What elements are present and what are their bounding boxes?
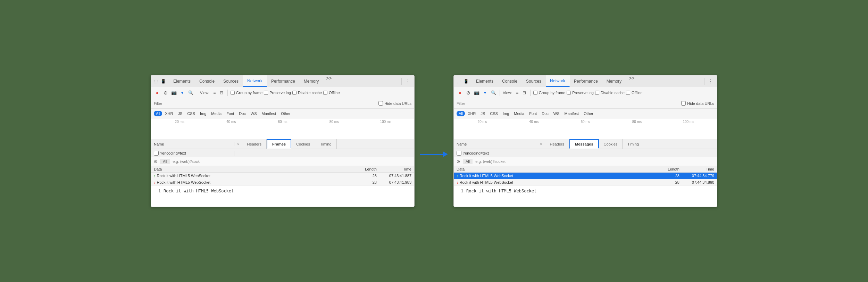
tab-console-right[interactable]: Console [498, 75, 522, 87]
tab-elements-left[interactable]: Elements [169, 75, 195, 87]
group-by-frame-left[interactable]: Group by frame [231, 91, 262, 95]
type-img-left[interactable]: Img [198, 111, 208, 116]
type-manifest-right[interactable]: Manifest [562, 111, 581, 116]
offline-left[interactable]: Offline [323, 91, 340, 95]
hide-data-urls-right[interactable]: Hide data URLs [681, 101, 714, 106]
left-network-row[interactable]: ?encoding=text [151, 149, 414, 157]
hide-data-urls-checkbox-left[interactable] [378, 101, 383, 106]
preserve-log-checkbox-left[interactable] [264, 91, 268, 95]
frames-filter-input-left[interactable] [173, 159, 411, 164]
tab-console-left[interactable]: Console [195, 75, 219, 87]
tab-more-left[interactable]: >> [323, 75, 334, 87]
type-other-left[interactable]: Other [279, 111, 293, 116]
view-grid-right[interactable]: ≡ [514, 90, 520, 96]
type-other-right[interactable]: Other [582, 111, 595, 116]
view-timeline-right[interactable]: ⊟ [521, 90, 527, 96]
ws-tab-headers-left[interactable]: Headers [242, 139, 267, 149]
view-timeline-left[interactable]: ⊟ [218, 90, 225, 96]
tab-menu-left[interactable]: ⋮ [403, 78, 413, 84]
camera-btn-right[interactable]: 📷 [473, 89, 480, 96]
tab-memory-left[interactable]: Memory [300, 75, 323, 87]
disable-cache-checkbox-left[interactable] [292, 91, 297, 95]
mobile-icon-right[interactable]: 📱 [463, 78, 469, 84]
tab-sources-left[interactable]: Sources [219, 75, 243, 87]
ws-tab-cookies-left[interactable]: Cookies [291, 139, 315, 149]
group-by-frame-right[interactable]: Group by frame [533, 91, 565, 95]
type-ws-right[interactable]: WS [551, 111, 562, 116]
search-btn-left[interactable]: 🔍 [187, 89, 194, 96]
filter-input-right[interactable] [457, 101, 678, 106]
preserve-log-checkbox-right[interactable] [567, 91, 571, 95]
type-css-left[interactable]: CSS [185, 111, 197, 116]
type-xhr-right[interactable]: XHR [466, 111, 478, 116]
frames-row-1-right[interactable]: ↓ Rock it with HTML5 WebSocket 28 07:44:… [454, 179, 717, 186]
tab-more-right[interactable]: >> [626, 75, 637, 87]
tab-performance-right[interactable]: Performance [570, 75, 602, 87]
type-all-left[interactable]: All [154, 111, 162, 116]
ws-tab-messages-right[interactable]: Messages [569, 139, 599, 149]
group-by-frame-checkbox-right[interactable] [533, 91, 537, 95]
network-row-close-left[interactable]: × [234, 142, 242, 146]
type-js-left[interactable]: JS [176, 111, 184, 116]
network-row-checkbox-right[interactable] [457, 151, 461, 156]
type-font-left[interactable]: Font [224, 111, 236, 116]
type-manifest-left[interactable]: Manifest [260, 111, 278, 116]
ws-tab-timing-left[interactable]: Timing [315, 139, 337, 149]
frames-row-1-left[interactable]: ↓ Rock it with HTML5 WebSocket 28 07:43:… [151, 179, 414, 186]
tab-network-right[interactable]: Network [546, 75, 570, 87]
disable-cache-left[interactable]: Disable cache [292, 91, 322, 95]
type-media-left[interactable]: Media [209, 111, 224, 116]
record-btn-right[interactable]: ● [457, 89, 464, 96]
inspect-icon[interactable]: ⬚ [152, 78, 159, 84]
frames-filter-all-left[interactable]: All [160, 159, 170, 164]
disable-cache-checkbox-right[interactable] [595, 91, 599, 95]
preserve-log-right[interactable]: Preserve log [567, 91, 594, 95]
ws-tab-timing-right[interactable]: Timing [623, 139, 644, 149]
type-media-right[interactable]: Media [512, 111, 526, 116]
type-css-right[interactable]: CSS [488, 111, 500, 116]
camera-btn-left[interactable]: 📷 [170, 89, 177, 96]
ws-tab-frames-left[interactable]: Frames [267, 139, 291, 149]
stop-btn-right[interactable]: ⊘ [465, 89, 472, 96]
tab-sources-right[interactable]: Sources [522, 75, 546, 87]
type-doc-left[interactable]: Doc [237, 111, 248, 116]
frames-row-0-right[interactable]: ↑ Rock it with HTML5 WebSocket 28 07:44:… [454, 173, 717, 179]
filter-btn-left[interactable]: ▼ [179, 89, 186, 96]
search-btn-right[interactable]: 🔍 [490, 89, 497, 96]
mobile-icon[interactable]: 📱 [160, 78, 166, 84]
hide-data-urls-left[interactable]: Hide data URLs [378, 101, 411, 106]
group-by-frame-checkbox-left[interactable] [231, 91, 235, 95]
ws-tab-headers-right[interactable]: Headers [545, 139, 569, 149]
offline-checkbox-left[interactable] [323, 91, 327, 95]
type-ws-left[interactable]: WS [249, 111, 259, 116]
type-all-right[interactable]: All [457, 111, 465, 116]
tab-menu-right[interactable]: ⋮ [706, 78, 716, 84]
disable-cache-right[interactable]: Disable cache [595, 91, 625, 95]
filter-btn-right[interactable]: ▼ [482, 89, 489, 96]
tab-memory-right[interactable]: Memory [602, 75, 626, 87]
frames-row-0-left[interactable]: ↑ Rock it with HTML5 WebSocket 28 07:43:… [151, 173, 414, 179]
frames-filter-all-right[interactable]: All [463, 159, 473, 164]
offline-right[interactable]: Offline [626, 91, 643, 95]
preserve-log-left[interactable]: Preserve log [264, 91, 291, 95]
type-doc-right[interactable]: Doc [540, 111, 551, 116]
type-img-right[interactable]: Img [501, 111, 511, 116]
network-row-checkbox-left[interactable] [154, 151, 159, 156]
frames-filter-input-right[interactable] [475, 159, 714, 164]
inspect-icon-right[interactable]: ⬚ [455, 78, 461, 84]
network-row-close-right[interactable]: × [537, 142, 545, 146]
tab-network-left[interactable]: Network [243, 75, 267, 87]
view-grid-left[interactable]: ≡ [211, 90, 218, 96]
tab-elements-right[interactable]: Elements [472, 75, 498, 87]
record-btn-left[interactable]: ● [154, 89, 161, 96]
ws-tab-cookies-right[interactable]: Cookies [599, 139, 623, 149]
hide-data-urls-checkbox-right[interactable] [681, 101, 686, 106]
type-xhr-left[interactable]: XHR [163, 111, 175, 116]
stop-btn-left[interactable]: ⊘ [162, 89, 169, 96]
right-network-row[interactable]: ?encoding=text [454, 149, 717, 157]
tab-performance-left[interactable]: Performance [267, 75, 300, 87]
offline-checkbox-right[interactable] [626, 91, 630, 95]
type-js-right[interactable]: JS [478, 111, 487, 116]
type-font-right[interactable]: Font [527, 111, 539, 116]
filter-input-left[interactable] [154, 101, 376, 106]
